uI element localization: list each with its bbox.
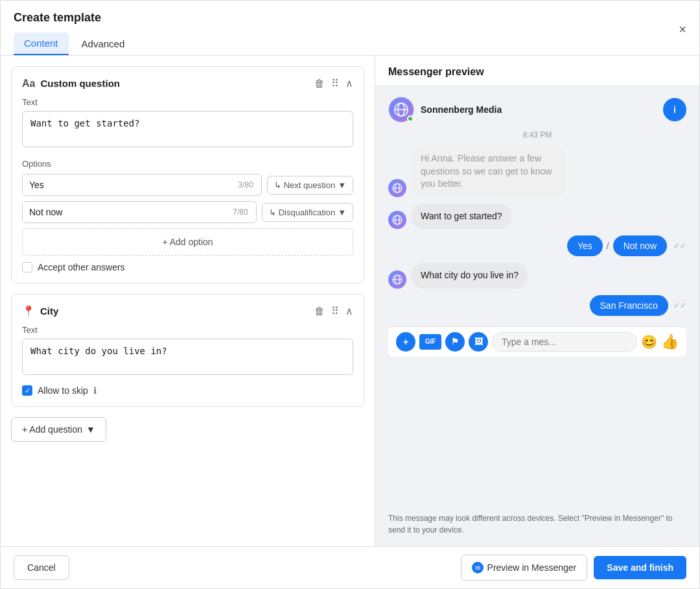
not-now-bubble: Not now bbox=[613, 235, 667, 256]
option-input-wrap-2: 7/80 bbox=[22, 201, 257, 223]
city-collapse-button[interactable]: ∧ bbox=[345, 305, 353, 317]
add-option-button[interactable]: + Add option bbox=[22, 228, 353, 256]
city-text-label: Text bbox=[22, 325, 353, 335]
add-question-label: + Add question bbox=[22, 424, 82, 435]
city-text-input[interactable]: What city do you live in? bbox=[22, 339, 353, 375]
modal-header: Create template Content Advanced × bbox=[1, 1, 699, 56]
slash-separator: / bbox=[607, 241, 609, 251]
drag-button[interactable]: ⠿ bbox=[331, 77, 339, 90]
allow-to-skip-row: ✓ Allow to skip ℹ bbox=[22, 385, 353, 396]
accept-other-answers-label: Accept other answers bbox=[38, 262, 125, 272]
want-to-start-message: Want to get started? bbox=[388, 204, 686, 230]
options-label: Options bbox=[22, 159, 353, 169]
tab-advanced[interactable]: Advanced bbox=[71, 32, 135, 55]
bot-intro-message: Hi Anna. Please answer a few questions s… bbox=[388, 146, 686, 197]
city-card-title-area: 📍 City bbox=[22, 305, 58, 317]
cancel-button[interactable]: Cancel bbox=[14, 555, 69, 580]
modal-body: Aa Custom question 🗑 ⠿ ∧ Text Want to ge… bbox=[1, 56, 699, 546]
footer-right: ✉ Preview in Messenger Save and finish bbox=[461, 555, 686, 581]
close-button[interactable]: × bbox=[679, 22, 686, 45]
question-text-input[interactable]: Want to get started? bbox=[22, 111, 353, 147]
accept-other-answers-row: Accept other answers bbox=[22, 262, 353, 272]
yes-bubble: Yes bbox=[567, 235, 603, 256]
next-question-icon-2: ↳ bbox=[269, 208, 276, 217]
city-drag-button[interactable]: ⠿ bbox=[331, 305, 339, 317]
city-title: City bbox=[40, 306, 58, 317]
right-panel: Messenger preview bbox=[375, 56, 699, 546]
location-icon: 📍 bbox=[22, 305, 35, 317]
collapse-button[interactable]: ∧ bbox=[345, 77, 353, 90]
option-action-label-1: Next question bbox=[284, 180, 336, 190]
brand-info: Sonnenberg Media bbox=[388, 97, 502, 123]
dropdown-icon-2: ▼ bbox=[338, 208, 346, 217]
tab-content[interactable]: Content bbox=[14, 32, 69, 55]
custom-question-header: Aa Custom question 🗑 ⠿ ∧ bbox=[22, 77, 353, 90]
messenger-input-bar: + GIF ⚑ 🖼 😊 👍 bbox=[388, 326, 686, 357]
messenger-icon: ✉ bbox=[472, 562, 484, 573]
option-input-2[interactable] bbox=[23, 202, 233, 222]
info-icon: ℹ bbox=[93, 385, 97, 396]
option-row-1: 3/80 ↳ Next question ▼ bbox=[22, 174, 353, 196]
gif-button[interactable]: GIF bbox=[419, 334, 441, 350]
city-message: What city do you live in? bbox=[388, 263, 686, 289]
option-input-1[interactable] bbox=[23, 174, 238, 195]
bot-avatar-globe-3 bbox=[392, 274, 402, 285]
chat-messages: Hi Anna. Please answer a few questions s… bbox=[388, 146, 686, 316]
san-francisco-bubble: San Francisco bbox=[590, 295, 668, 316]
intro-bubble: Hi Anna. Please answer a few questions s… bbox=[412, 146, 567, 197]
city-delete-button[interactable]: 🗑 bbox=[314, 306, 325, 317]
image-button[interactable]: 🖼 bbox=[469, 332, 488, 352]
like-button[interactable]: 👍 bbox=[661, 333, 679, 350]
info-button[interactable]: i bbox=[663, 98, 686, 121]
create-template-modal: Create template Content Advanced × Aa Cu… bbox=[0, 0, 700, 589]
option-char-count-1: 3/80 bbox=[238, 180, 255, 189]
flag-button[interactable]: ⚑ bbox=[445, 332, 465, 352]
add-question-button[interactable]: + Add question ▼ bbox=[11, 417, 106, 442]
city-card-header: 📍 City 🗑 ⠿ ∧ bbox=[22, 305, 353, 317]
bot-avatar-globe-2 bbox=[392, 215, 402, 225]
tabs: Content Advanced bbox=[14, 32, 135, 55]
preview-messenger-label: Preview in Messenger bbox=[487, 562, 577, 573]
delivered-check: ✓✓ bbox=[673, 241, 686, 250]
emoji-button[interactable]: 😊 bbox=[641, 334, 657, 350]
preview-note: This message may look different across d… bbox=[375, 506, 699, 546]
want-started-bubble: Want to get started? bbox=[412, 204, 511, 230]
online-indicator bbox=[407, 115, 414, 122]
text-label: Text bbox=[22, 97, 353, 107]
preview-brand-header: Sonnenberg Media i bbox=[388, 97, 686, 123]
allow-to-skip-checkbox[interactable]: ✓ bbox=[22, 385, 32, 396]
next-question-icon: ↳ bbox=[274, 180, 281, 190]
add-question-dropdown-icon: ▼ bbox=[86, 424, 95, 435]
save-button[interactable]: Save and finish bbox=[594, 556, 686, 579]
option-char-count-2: 7/80 bbox=[233, 208, 250, 217]
bot-avatar-3 bbox=[388, 270, 406, 289]
card-actions: 🗑 ⠿ ∧ bbox=[314, 77, 353, 90]
preview-messenger-button[interactable]: ✉ Preview in Messenger bbox=[461, 555, 588, 581]
brand-avatar bbox=[388, 97, 414, 123]
aa-icon: Aa bbox=[22, 78, 35, 90]
user-options-row: Yes / Not now ✓✓ bbox=[388, 235, 686, 256]
card-title-area: Aa Custom question bbox=[22, 78, 120, 90]
brand-name: Sonnenberg Media bbox=[421, 104, 502, 115]
option-action-1[interactable]: ↳ Next question ▼ bbox=[267, 176, 353, 195]
option-action-2[interactable]: ↳ Disqualification ▼ bbox=[262, 203, 353, 222]
accept-other-answers-checkbox[interactable] bbox=[22, 262, 32, 272]
san-francisco-row: San Francisco ✓✓ bbox=[388, 295, 686, 316]
city-bubble: What city do you live in? bbox=[412, 263, 528, 289]
city-question-card: 📍 City 🗑 ⠿ ∧ Text What city do you live … bbox=[11, 294, 364, 407]
preview-title: Messenger preview bbox=[375, 56, 699, 86]
modal-footer: Cancel ✉ Preview in Messenger Save and f… bbox=[1, 546, 699, 588]
bot-avatar-globe bbox=[392, 183, 402, 193]
delete-button[interactable]: 🗑 bbox=[314, 78, 325, 90]
bot-avatar-2 bbox=[388, 211, 406, 229]
option-action-label-2: Disqualification bbox=[279, 208, 335, 217]
allow-to-skip-label: Allow to skip bbox=[38, 385, 88, 396]
custom-question-title: Custom question bbox=[40, 78, 120, 89]
messenger-globe-icon bbox=[394, 102, 408, 117]
city-card-actions: 🗑 ⠿ ∧ bbox=[314, 305, 353, 317]
option-input-wrap-1: 3/80 bbox=[22, 174, 262, 196]
message-input[interactable] bbox=[492, 332, 637, 352]
add-attachment-button[interactable]: + bbox=[396, 332, 415, 352]
timestamp: 8:43 PM bbox=[388, 130, 686, 139]
bot-avatar-1 bbox=[388, 179, 406, 197]
